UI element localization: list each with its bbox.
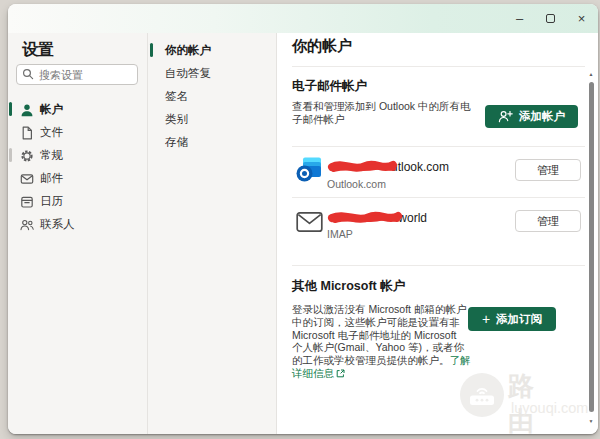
manage-label: 管理 [537, 163, 559, 178]
person-icon [20, 103, 34, 117]
subnav-item-label: 自动答复 [165, 66, 211, 81]
divider [292, 197, 585, 198]
mail-icon [20, 172, 34, 186]
add-account-button[interactable]: 添加帐户 [485, 105, 578, 128]
selected-indicator [9, 102, 12, 116]
minimize-icon: – [516, 11, 523, 26]
subnav-item-label: 签名 [165, 89, 188, 104]
add-subscription-label: 添加订阅 [496, 312, 542, 327]
sidebar-item-contacts[interactable]: 联系人 [8, 213, 147, 236]
maximize-button[interactable] [535, 4, 566, 33]
account-provider: IMAP [327, 228, 353, 240]
subnav-item-categories[interactable]: 类别 [148, 108, 276, 131]
divider [292, 265, 585, 266]
learn-more-link[interactable]: 了解 [450, 354, 471, 366]
divider [292, 146, 585, 147]
page-title: 设置 [22, 40, 54, 61]
close-icon: × [578, 11, 586, 26]
close-button[interactable]: × [566, 4, 597, 33]
manage-account-button[interactable]: 管理 [515, 210, 581, 232]
sidebar-item-general[interactable]: 常规 [8, 144, 147, 167]
calendar-icon [20, 195, 34, 209]
subnav-item-label: 你的帐户 [165, 43, 211, 58]
window-controls: – × [504, 4, 597, 33]
minimize-button[interactable]: – [504, 4, 535, 33]
scroll-up-arrow[interactable]: ▲ [586, 71, 596, 77]
file-icon [20, 126, 34, 140]
redaction-scribble [327, 210, 403, 226]
subnav-item-storage[interactable]: 存储 [148, 131, 276, 154]
hover-indicator [9, 148, 12, 162]
maximize-icon [546, 14, 555, 23]
sidebar-item-label: 联系人 [40, 217, 75, 232]
add-account-label: 添加帐户 [519, 109, 565, 124]
description-text: 登录以激活没有 Microsoft 邮箱的帐户 中的订阅，这些帐户可能是设置有非… [292, 303, 466, 366]
selected-indicator [150, 43, 153, 57]
learn-more-label: 详细信息 [292, 367, 334, 379]
gear-icon [20, 149, 34, 163]
watermark-title: 路由器 [508, 369, 536, 434]
subnav-item-your-accounts[interactable]: 你的帐户 [148, 39, 276, 62]
main-panel: 你的帐户 电子邮件帐户 查看和管理添加到 Outlook 中的所有电 子邮件帐户… [277, 33, 598, 434]
sidebar-item-label: 邮件 [40, 171, 63, 186]
sidebar-item-label: 帐户 [40, 102, 63, 117]
outlook-logo [295, 155, 323, 183]
subnav-item-signatures[interactable]: 签名 [148, 85, 276, 108]
sidebar-nav: 帐户 文件 常规 邮件 日历 联系人 [8, 98, 147, 236]
sidebar-item-mail[interactable]: 邮件 [8, 167, 147, 190]
email-accounts-heading: 电子邮件帐户 [292, 78, 367, 95]
sidebar-item-label: 日历 [40, 194, 63, 209]
router-icon [467, 382, 497, 408]
watermark-domain: luyouqi.com [511, 400, 588, 416]
scrollbar-thumb[interactable] [589, 82, 594, 412]
envelope-icon [296, 211, 323, 233]
plus-icon: + [482, 311, 490, 327]
external-link-icon [336, 369, 345, 378]
scroll-down-arrow[interactable]: ▼ [586, 418, 596, 424]
subnav-item-label: 类别 [165, 112, 188, 127]
sidebar-item-files[interactable]: 文件 [8, 121, 147, 144]
search-input[interactable] [16, 64, 138, 85]
other-accounts-heading: 其他 Microsoft 帐户 [292, 278, 405, 295]
person-add-icon [498, 110, 513, 123]
sidebar-item-calendar[interactable]: 日历 [8, 190, 147, 213]
subnav-item-auto-replies[interactable]: 自动答复 [148, 62, 276, 85]
search-icon [22, 68, 34, 80]
search-box [16, 64, 138, 85]
manage-label: 管理 [537, 214, 559, 229]
account-subnav: 你的帐户 自动答复 签名 类别 存储 [148, 33, 277, 434]
manage-account-button[interactable]: 管理 [515, 159, 581, 181]
sidebar-item-label: 常规 [40, 148, 63, 163]
divider [292, 66, 585, 67]
add-subscription-button[interactable]: + 添加订阅 [468, 307, 556, 331]
account-provider: Outlook.com [327, 178, 386, 190]
sidebar-item-label: 文件 [40, 125, 63, 140]
sidebar-item-account[interactable]: 帐户 [8, 98, 147, 121]
settings-sidebar: 设置 帐户 文件 常规 邮件 [8, 33, 148, 434]
people-icon [20, 218, 34, 232]
settings-window: – × 设置 帐户 文件 常规 [8, 4, 598, 434]
subnav-item-label: 存储 [165, 135, 188, 150]
learn-more-link[interactable]: 详细信息 [292, 367, 345, 379]
redaction-scribble [327, 159, 399, 175]
other-accounts-description: 登录以激活没有 Microsoft 邮箱的帐户 中的订阅，这些帐户可能是设置有非… [292, 303, 482, 380]
account-email: utlook.com [391, 160, 449, 174]
email-accounts-description: 查看和管理添加到 Outlook 中的所有电 子邮件帐户 [292, 100, 484, 126]
main-title: 你的帐户 [292, 37, 352, 56]
